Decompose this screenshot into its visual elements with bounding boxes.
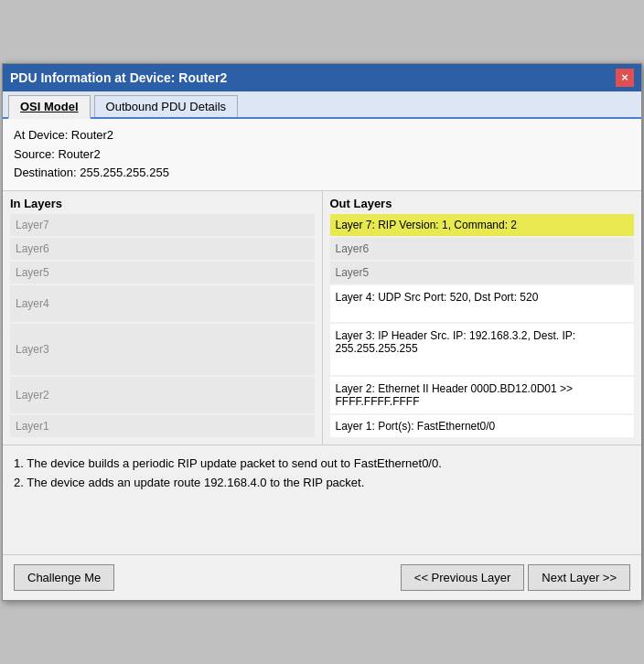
layers-section: In Layers Layer7 Layer6 Layer5 Layer4 La… <box>3 191 641 445</box>
tab-outbound-pdu[interactable]: Outbound PDU Details <box>94 95 239 117</box>
window-title: PDU Information at Device: Router2 <box>10 70 227 85</box>
destination-line: Destination: 255.255.255.255 <box>14 164 630 183</box>
out-layer-5[interactable]: Layer5 <box>330 262 635 284</box>
prev-layer-button[interactable]: << Previous Layer <box>401 564 525 591</box>
in-layer-1[interactable]: Layer1 <box>10 415 315 437</box>
in-layers-header: In Layers <box>10 197 315 210</box>
tab-osi-model[interactable]: OSI Model <box>8 95 91 119</box>
device-line: At Device: Router2 <box>14 126 630 145</box>
out-layer-2[interactable]: Layer 2: Ethernet II Header 000D.BD12.0D… <box>330 377 635 413</box>
close-button[interactable]: × <box>616 69 634 87</box>
out-layer-1[interactable]: Layer 1: Port(s): FastEthernet0/0 <box>330 415 635 437</box>
description-line-2: 2. The device adds an update route 192.1… <box>14 474 630 493</box>
in-layer-3[interactable]: Layer3 <box>10 324 315 375</box>
tab-bar: OSI Model Outbound PDU Details <box>3 91 641 119</box>
description-section: 1. The device builds a periodic RIP upda… <box>3 445 641 555</box>
in-layer-2[interactable]: Layer2 <box>10 377 315 413</box>
device-info: At Device: Router2 Source: Router2 Desti… <box>3 119 641 191</box>
out-layer-4[interactable]: Layer 4: UDP Src Port: 520, Dst Port: 52… <box>330 285 635 322</box>
footer: Challenge Me << Previous Layer Next Laye… <box>3 555 641 600</box>
description-line-1: 1. The device builds a periodic RIP upda… <box>14 455 630 474</box>
pdu-dialog: PDU Information at Device: Router2 × OSI… <box>2 63 642 601</box>
in-layer-5[interactable]: Layer5 <box>10 262 315 284</box>
out-layers-col: Out Layers Layer 7: RIP Version: 1, Comm… <box>323 191 642 444</box>
challenge-me-button[interactable]: Challenge Me <box>14 564 114 591</box>
next-layer-button[interactable]: Next Layer >> <box>528 564 630 591</box>
in-layer-4[interactable]: Layer4 <box>10 285 315 322</box>
title-bar: PDU Information at Device: Router2 × <box>3 64 641 91</box>
nav-buttons: << Previous Layer Next Layer >> <box>401 564 630 591</box>
out-layers-header: Out Layers <box>330 197 635 210</box>
out-layer-3[interactable]: Layer 3: IP Header Src. IP: 192.168.3.2,… <box>330 324 635 375</box>
out-layer-7[interactable]: Layer 7: RIP Version: 1, Command: 2 <box>330 214 635 236</box>
in-layer-7[interactable]: Layer7 <box>10 214 315 236</box>
out-layer-6[interactable]: Layer6 <box>330 238 635 260</box>
source-line: Source: Router2 <box>14 145 630 165</box>
in-layers-col: In Layers Layer7 Layer6 Layer5 Layer4 La… <box>3 191 322 444</box>
in-layer-6[interactable]: Layer6 <box>10 238 315 260</box>
